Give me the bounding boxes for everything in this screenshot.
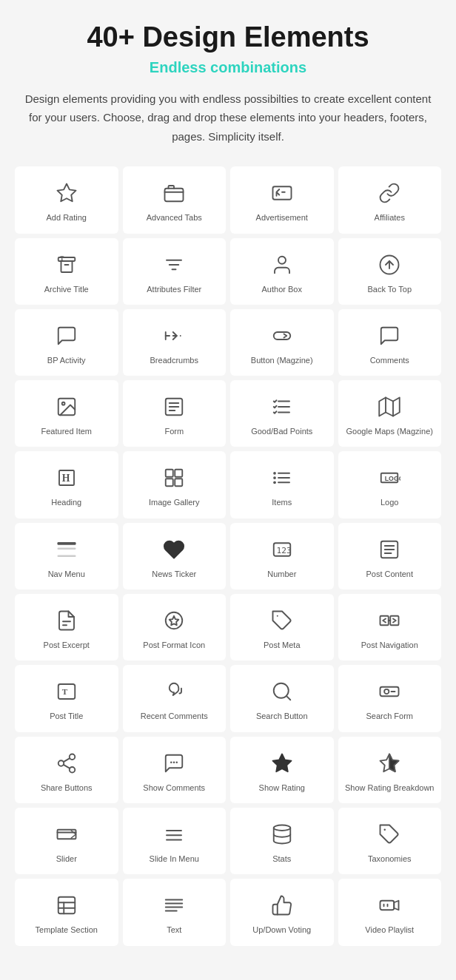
text-icon <box>163 892 185 919</box>
grid-item-slider[interactable]: Slider <box>15 808 118 874</box>
up-down-voting-icon <box>271 892 293 919</box>
breadcrumbs-label: Breadcrumbs <box>150 355 198 365</box>
svg-rect-2 <box>272 187 291 200</box>
grid-item-up-down-voting[interactable]: Up/Down Voting <box>230 879 334 945</box>
svg-marker-52 <box>170 616 179 626</box>
grid-item-show-comments[interactable]: Show Comments <box>123 737 227 803</box>
description: Design elements providing you with endle… <box>21 89 435 146</box>
grid-item-slide-in-menu[interactable]: Slide In Menu <box>123 808 227 874</box>
add-rating-icon <box>56 180 78 206</box>
grid-item-bp-activity[interactable]: BP Activity <box>15 309 118 376</box>
grid-item-post-meta[interactable]: Post Meta <box>230 594 334 660</box>
grid-item-affiliates[interactable]: Affiliates <box>338 166 442 233</box>
grid-item-post-format-icon[interactable]: Post Format Icon <box>123 594 227 660</box>
slide-in-menu-label: Slide In Menu <box>150 854 199 864</box>
svg-rect-54 <box>380 616 389 626</box>
grid-item-post-navigation[interactable]: Post Navigation <box>338 594 442 660</box>
slider-icon <box>56 821 78 848</box>
svg-point-65 <box>58 760 64 766</box>
svg-text:T: T <box>60 254 64 261</box>
taxonomies-label: Taxonomies <box>368 854 412 864</box>
nav-menu-label: Nav Menu <box>48 569 85 579</box>
grid-item-items[interactable]: Items <box>230 451 334 518</box>
grid-item-good-bad-points[interactable]: Good/Bad Points <box>230 380 334 447</box>
grid-item-post-content[interactable]: Post Content <box>338 523 442 589</box>
up-down-voting-label: Up/Down Voting <box>252 925 311 935</box>
grid-item-advertisement[interactable]: Advertisement <box>230 166 334 233</box>
breadcrumbs-icon <box>163 322 185 349</box>
svg-line-67 <box>63 765 70 768</box>
video-playlist-label: Video Playlist <box>365 925 414 935</box>
google-maps-icon <box>378 393 400 420</box>
grid-item-comments[interactable]: Comments <box>338 309 442 376</box>
affiliates-label: Affiliates <box>375 212 405 223</box>
good-bad-points-label: Good/Bad Points <box>251 426 312 436</box>
show-rating-breakdown-icon <box>378 750 400 777</box>
grid-item-breadcrumbs[interactable]: Breadcrumbs <box>123 309 227 376</box>
grid-item-back-to-top[interactable]: Back To Top <box>338 238 442 305</box>
grid-item-archive-title[interactable]: TArchive Title <box>15 238 118 305</box>
grid-item-template-section[interactable]: Template Section <box>15 879 118 945</box>
svg-rect-80 <box>58 897 76 914</box>
grid-item-news-ticker[interactable]: News Ticker <box>123 523 227 589</box>
svg-rect-55 <box>391 616 399 626</box>
grid-item-image-gallery[interactable]: Image Gallery <box>123 451 227 518</box>
search-button-label: Search Button <box>256 711 308 721</box>
template-section-label: Template Section <box>36 925 98 935</box>
grid-item-nav-menu[interactable]: Nav Menu <box>15 523 118 589</box>
video-playlist-icon <box>378 892 400 919</box>
grid-item-share-buttons[interactable]: Share Buttons <box>15 737 118 803</box>
grid-item-advanced-tabs[interactable]: Advanced Tabs <box>123 166 227 233</box>
slider-label: Slider <box>56 854 77 864</box>
post-excerpt-icon <box>56 607 78 634</box>
svg-text:T: T <box>62 687 68 696</box>
grid-item-text[interactable]: Text <box>123 879 227 945</box>
grid-item-search-form[interactable]: Search Form <box>338 665 442 731</box>
svg-rect-30 <box>166 479 173 487</box>
show-rating-icon <box>271 750 293 777</box>
svg-point-62 <box>384 689 389 694</box>
archive-title-icon: T <box>56 251 78 278</box>
svg-marker-72 <box>272 754 291 771</box>
grid-item-button-magazine[interactable]: Button (Magzine) <box>230 309 334 376</box>
form-label: Form <box>164 426 184 436</box>
svg-rect-13 <box>274 332 291 339</box>
slide-in-menu-icon <box>163 821 185 848</box>
grid-item-post-excerpt[interactable]: Post Excerpt <box>15 594 118 660</box>
svg-line-68 <box>63 758 70 762</box>
button-magazine-label: Button (Magzine) <box>251 355 313 365</box>
grid-item-stats[interactable]: Stats <box>230 808 334 874</box>
grid-item-logo[interactable]: LOGOLogo <box>338 451 442 518</box>
post-navigation-label: Post Navigation <box>361 640 418 650</box>
search-form-label: Search Form <box>366 711 413 721</box>
grid-item-heading[interactable]: HHeading <box>15 451 118 518</box>
svg-marker-89 <box>395 901 399 910</box>
grid-item-author-box[interactable]: Author Box <box>230 238 334 305</box>
taxonomies-icon <box>378 821 400 848</box>
grid-item-number[interactable]: 123Number <box>230 523 334 589</box>
post-title-label: Post Title <box>50 711 83 721</box>
image-gallery-icon <box>163 464 185 491</box>
search-button-icon <box>271 678 293 705</box>
archive-title-label: Archive Title <box>44 284 89 294</box>
grid-item-show-rating-breakdown[interactable]: Show Rating Breakdown <box>338 737 442 803</box>
grid-item-taxonomies[interactable]: Taxonomies <box>338 808 442 874</box>
number-label: Number <box>267 569 296 579</box>
svg-point-35 <box>273 472 276 475</box>
grid-item-google-maps[interactable]: Google Maps (Magzine) <box>338 380 442 447</box>
grid-item-featured-item[interactable]: Featured Item <box>15 380 118 447</box>
grid-item-attributes-filter[interactable]: Attributes Filter <box>123 238 227 305</box>
button-magazine-icon <box>271 322 293 349</box>
post-content-icon <box>378 536 400 563</box>
grid-item-show-rating[interactable]: Show Rating <box>230 737 334 803</box>
svg-text:LOGO: LOGO <box>385 475 400 482</box>
grid-item-search-button[interactable]: Search Button <box>230 665 334 731</box>
grid-item-post-title[interactable]: TPost Title <box>15 665 118 731</box>
grid-item-video-playlist[interactable]: Video Playlist <box>338 879 442 945</box>
nav-menu-icon <box>56 536 78 563</box>
search-form-icon <box>378 678 400 705</box>
news-ticker-icon <box>163 536 185 563</box>
grid-item-recent-comments[interactable]: Recent Comments <box>123 665 227 731</box>
grid-item-add-rating[interactable]: Add Rating <box>15 166 118 233</box>
grid-item-form[interactable]: Form <box>123 380 227 447</box>
